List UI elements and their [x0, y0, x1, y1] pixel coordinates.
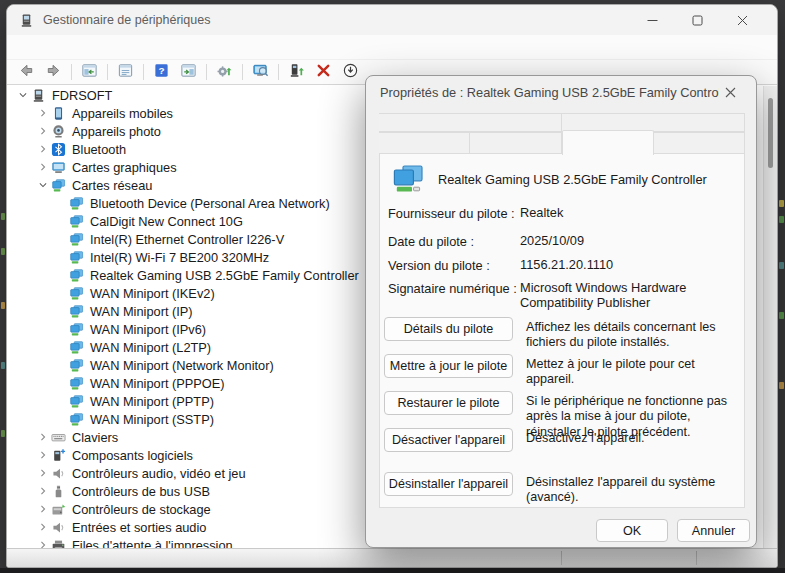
driver-action-button[interactable]: Mettre à jour le pilote: [384, 354, 513, 378]
device-manager-icon: [19, 13, 34, 28]
toolbar-button[interactable]: [13, 61, 40, 83]
blank-icon[interactable]: [53, 249, 69, 265]
network-icon: [69, 214, 84, 229]
toolbar-button[interactable]: [310, 61, 337, 83]
tb-remote-icon: [252, 62, 269, 83]
tree-item-label: Appareils mobiles: [72, 106, 173, 121]
toolbar-button[interactable]: [247, 61, 274, 83]
chevron-right-icon[interactable]: [35, 105, 51, 121]
phone-icon: [51, 106, 66, 121]
maximize-button[interactable]: [675, 5, 720, 35]
toolbar-button[interactable]: ?: [148, 61, 175, 83]
scrollbar-thumb[interactable]: [768, 98, 773, 168]
blank-icon[interactable]: [53, 231, 69, 247]
chevron-right-icon[interactable]: [35, 537, 51, 548]
tree-item-label: Cartes réseau: [72, 178, 152, 193]
driver-action-button[interactable]: Restaurer le pilote: [384, 391, 513, 415]
toolbar-button[interactable]: [337, 61, 364, 83]
titlebar[interactable]: Gestionnaire de périphériques: [7, 5, 777, 35]
menu-item[interactable]: [57, 44, 79, 50]
tb-help-icon: ?: [153, 62, 170, 83]
ok-button[interactable]: OK: [596, 519, 668, 542]
audio-icon: [51, 466, 66, 481]
tree-item-label: WAN Miniport (Network Monitor): [90, 358, 274, 373]
tree-item-label: Bluetooth Device (Personal Area Network): [90, 196, 330, 211]
menu-item[interactable]: [35, 44, 57, 50]
tree-item-label: Files d'attente à l'impression: [72, 538, 233, 549]
field-value: 2025/10/09: [520, 234, 738, 249]
tree-item-label: WAN Miniport (PPPOE): [90, 376, 225, 391]
chevron-right-icon[interactable]: [35, 447, 51, 463]
toolbar-button[interactable]: [283, 61, 310, 83]
network-icon: [69, 412, 84, 427]
driver-action-button[interactable]: Désinstaller l'appareil: [384, 472, 513, 496]
cancel-button[interactable]: Annuler: [677, 519, 750, 542]
printer-icon: [51, 538, 66, 549]
tree-scrollbar[interactable]: [763, 86, 777, 548]
desktop-artifact: [1, 362, 5, 369]
chevron-down-icon[interactable]: [35, 177, 51, 193]
menubar: [7, 35, 777, 59]
tree-item-label: Intel(R) Wi-Fi 7 BE200 320MHz: [90, 250, 269, 265]
toolbar-button[interactable]: [76, 61, 103, 83]
toolbar-button[interactable]: [112, 61, 139, 83]
network-icon: [69, 286, 84, 301]
tb-properties-icon: [117, 62, 134, 83]
tab[interactable]: [654, 132, 745, 154]
blank-icon[interactable]: [53, 195, 69, 211]
close-button[interactable]: [720, 5, 765, 35]
dialog-title: Propriétés de : Realtek Gaming USB 2.5Gb…: [380, 85, 719, 100]
blank-icon[interactable]: [53, 213, 69, 229]
toolbar-separator: [143, 64, 144, 80]
dialog-titlebar[interactable]: Propriétés de : Realtek Gaming USB 2.5Gb…: [366, 76, 756, 108]
chevron-down-icon[interactable]: [15, 87, 31, 103]
dialog-close-icon[interactable]: [719, 80, 742, 104]
chevron-right-icon[interactable]: [35, 159, 51, 175]
desktop-artifact: [1, 213, 5, 220]
chevron-right-icon[interactable]: [35, 429, 51, 445]
menu-item[interactable]: [13, 44, 35, 50]
driver-action-button[interactable]: Détails du pilote: [384, 317, 513, 341]
tab[interactable]: [470, 132, 561, 154]
tree-item-label: FDRSOFT: [52, 88, 112, 103]
desktop-artifact: [1, 430, 5, 437]
blank-icon[interactable]: [53, 339, 69, 355]
tree-item-label: Claviers: [72, 430, 118, 445]
menu-item[interactable]: [79, 44, 101, 50]
toolbar-button[interactable]: [175, 61, 202, 83]
chevron-right-icon[interactable]: [35, 483, 51, 499]
chevron-right-icon[interactable]: [35, 465, 51, 481]
chevron-right-icon[interactable]: [35, 519, 51, 535]
tab[interactable]: [379, 113, 562, 132]
tree-item-label: WAN Miniport (IP): [90, 304, 193, 319]
blank-icon[interactable]: [53, 411, 69, 427]
tree-item-label: Entrées et sorties audio: [72, 520, 206, 535]
network-icon: [69, 196, 84, 211]
blank-icon[interactable]: [53, 375, 69, 391]
blank-icon[interactable]: [53, 321, 69, 337]
network-adapter-icon: [392, 164, 424, 194]
tab[interactable]: [379, 132, 470, 154]
toolbar-button[interactable]: [211, 61, 238, 83]
blank-icon[interactable]: [53, 267, 69, 283]
status-separator: [561, 551, 562, 565]
toolbar-separator: [107, 64, 108, 80]
tree-item-label: WAN Miniport (L2TP): [90, 340, 211, 355]
minimize-button[interactable]: [630, 5, 675, 35]
blank-icon[interactable]: [53, 285, 69, 301]
toolbar-separator: [206, 64, 207, 80]
blank-icon[interactable]: [53, 393, 69, 409]
toolbar-button[interactable]: [40, 61, 67, 83]
chevron-right-icon[interactable]: [35, 141, 51, 157]
network-icon: [69, 340, 84, 355]
chevron-right-icon[interactable]: [35, 501, 51, 517]
blank-icon[interactable]: [53, 357, 69, 373]
screen: Gestionnaire de périphériques ? FDRSOFT: [0, 0, 785, 573]
tb-back-icon: [18, 62, 35, 83]
driver-action-button[interactable]: Désactiver l'appareil: [384, 428, 513, 452]
blank-icon[interactable]: [53, 303, 69, 319]
chevron-right-icon[interactable]: [35, 123, 51, 139]
tree-item-label: WAN Miniport (IKEv2): [90, 286, 215, 301]
network-icon: [69, 250, 84, 265]
tab[interactable]: [562, 130, 654, 155]
